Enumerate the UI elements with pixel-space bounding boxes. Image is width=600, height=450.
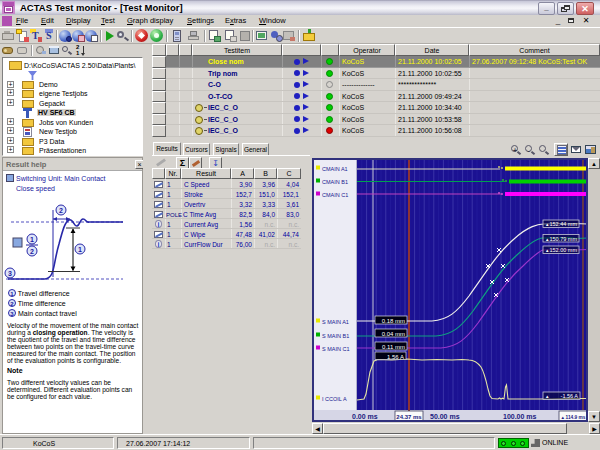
svg-text:152.44 mm: 152.44 mm <box>549 221 577 227</box>
svg-text:CMAIN B1: CMAIN B1 <box>322 179 348 185</box>
svg-text:3: 3 <box>8 270 12 277</box>
svg-text:S MAIN A1: S MAIN A1 <box>322 319 349 325</box>
svg-text:1: 1 <box>78 246 82 253</box>
svg-text:▲: ▲ <box>561 415 565 420</box>
svg-text:CMAIN C1: CMAIN C1 <box>322 192 348 198</box>
svg-text:100.00 ms: 100.00 ms <box>503 413 537 420</box>
svg-text:0.00 ms: 0.00 ms <box>352 413 378 420</box>
svg-text:0.04 mm: 0.04 mm <box>382 331 405 337</box>
svg-text:I CCOIL A: I CCOIL A <box>322 396 347 402</box>
svg-text:114.9 ms: 114.9 ms <box>565 415 585 420</box>
svg-text:1: 1 <box>30 236 34 243</box>
svg-text:0.18 mm: 0.18 mm <box>382 318 405 324</box>
svg-text:S MAIN C1: S MAIN C1 <box>322 346 350 352</box>
svg-text:CMAIN A1: CMAIN A1 <box>322 166 348 172</box>
svg-text:2: 2 <box>30 248 34 255</box>
svg-text:50.00 ms: 50.00 ms <box>430 413 460 420</box>
svg-text:S MAIN B1: S MAIN B1 <box>322 333 349 339</box>
svg-text:24.37 ms: 24.37 ms <box>396 414 422 420</box>
svg-text:0.11 mm: 0.11 mm <box>382 344 405 350</box>
svg-text:2: 2 <box>59 207 63 214</box>
svg-text:1.56 A: 1.56 A <box>387 354 404 360</box>
svg-text:-1.56 A: -1.56 A <box>561 393 579 399</box>
svg-text:152.00 mm: 152.00 mm <box>549 247 577 253</box>
svg-text:▲: ▲ <box>545 394 549 399</box>
svg-text:150.79 mm: 150.79 mm <box>549 236 577 242</box>
